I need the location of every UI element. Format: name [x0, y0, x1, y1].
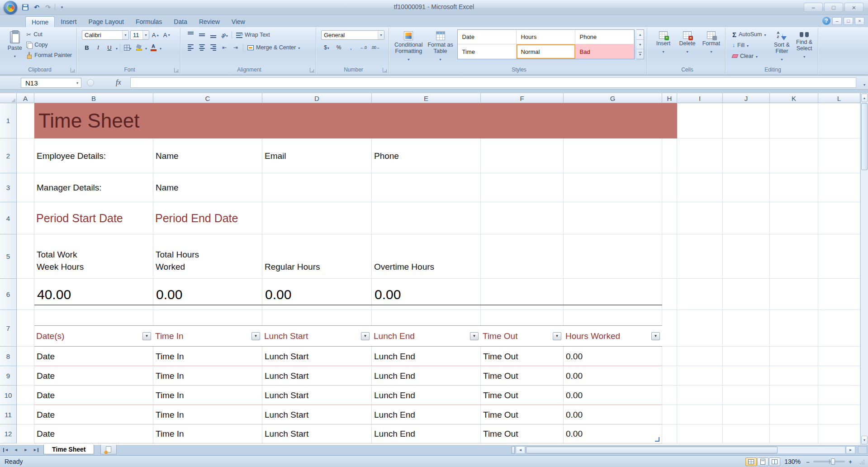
cell-F3[interactable] — [481, 173, 564, 202]
column-header-B[interactable]: B — [34, 93, 153, 103]
cell-J7[interactable] — [723, 310, 770, 347]
cell-A4[interactable] — [17, 202, 34, 234]
styles-more-icon[interactable]: ▼ — [636, 49, 644, 59]
help-button[interactable]: ? — [822, 17, 830, 25]
column-header-J[interactable]: J — [723, 93, 770, 103]
cell-K12[interactable] — [770, 424, 818, 443]
column-header-H[interactable]: H — [662, 93, 677, 103]
shrink-font-button[interactable]: A▼ — [162, 30, 172, 40]
paste-button[interactable]: Paste — [6, 29, 24, 65]
row-header-11[interactable]: 11 — [0, 405, 17, 424]
cell-G4[interactable] — [564, 202, 662, 234]
close-button[interactable] — [844, 3, 863, 12]
zoom-thumb[interactable] — [831, 458, 835, 465]
tab-formulas[interactable]: Formulas — [130, 16, 168, 27]
cell-J12[interactable] — [723, 424, 770, 443]
zoom-out-button[interactable]: – — [805, 458, 811, 465]
previous-sheet-button[interactable]: ◄ — [11, 445, 21, 454]
underline-button[interactable]: U — [104, 43, 114, 52]
cell-A9[interactable] — [17, 366, 34, 386]
cell-I4[interactable] — [677, 202, 723, 234]
row-header-12[interactable]: 12 — [0, 424, 17, 443]
filter-button-G7[interactable]: ▼ — [651, 332, 660, 340]
styles-scroll-up-icon[interactable]: ▲ — [636, 30, 644, 40]
cell-L5[interactable] — [818, 234, 860, 279]
cell-K2[interactable] — [770, 138, 818, 173]
insert-function-button[interactable]: fx — [116, 78, 121, 86]
cell-content-D7[interactable]: Lunch Start▼ — [262, 325, 372, 347]
tab-split-handle[interactable] — [512, 446, 515, 454]
scroll-down-button[interactable]: ▼ — [861, 436, 868, 444]
format-painter-button[interactable]: Format Painter — [24, 50, 74, 60]
tab-page-layout[interactable]: Page Layout — [82, 16, 130, 27]
cell-content-E5[interactable]: Overtime Hours — [372, 234, 481, 279]
cell-K4[interactable] — [770, 202, 818, 234]
row-header-5[interactable]: 5 — [0, 234, 17, 279]
align-middle-button[interactable] — [197, 30, 207, 40]
cell-K5[interactable] — [770, 234, 818, 279]
horizontal-scroll-thumb[interactable] — [526, 447, 778, 453]
cell-content-B9[interactable] — [34, 366, 662, 386]
next-sheet-button[interactable]: ► — [21, 445, 31, 454]
scroll-right-button[interactable]: ► — [846, 446, 855, 454]
cell-style-date[interactable]: Date — [458, 30, 517, 44]
cell-J1[interactable] — [723, 103, 770, 138]
cell-A11[interactable] — [17, 405, 34, 424]
cell-A8[interactable] — [17, 347, 34, 366]
cell-A3[interactable] — [17, 173, 34, 202]
increase-decimal-button[interactable]: ←.0 — [358, 43, 369, 52]
cell-content-D2[interactable]: Email — [262, 138, 372, 173]
cell-L6[interactable] — [818, 279, 860, 310]
cell-H2[interactable] — [662, 138, 677, 173]
cell-I11[interactable] — [677, 405, 723, 424]
column-header-K[interactable]: K — [770, 93, 818, 103]
cell-content-E7[interactable]: Lunch End▼ — [372, 325, 481, 347]
cell-J6[interactable] — [723, 279, 770, 310]
last-sheet-button[interactable]: ► — [31, 445, 41, 454]
cell-H8[interactable] — [662, 347, 677, 366]
cell-content-D5[interactable]: Regular Hours — [262, 234, 372, 279]
cell-F2[interactable] — [481, 138, 564, 173]
cell-H11[interactable] — [662, 405, 677, 424]
cell-L9[interactable] — [818, 366, 860, 386]
cell-style-phone[interactable]: Phone — [575, 30, 634, 44]
cell-H3[interactable] — [662, 173, 677, 202]
cell-A12[interactable] — [17, 424, 34, 443]
autosum-button[interactable]: Σ AutoSum — [730, 29, 770, 39]
cell-content-C3[interactable]: Name — [153, 173, 262, 202]
cell-H7[interactable] — [662, 310, 677, 347]
accounting-format-button[interactable]: $ — [321, 43, 332, 52]
filter-button-C7[interactable]: ▼ — [251, 332, 260, 340]
percent-style-button[interactable]: % — [333, 43, 344, 52]
row-header-10[interactable]: 10 — [0, 386, 17, 405]
cell-content-B8[interactable] — [34, 347, 662, 366]
font-name-select[interactable]: Calibri — [82, 30, 129, 40]
scroll-left-button[interactable]: ◄ — [516, 446, 525, 454]
cell-A10[interactable] — [17, 386, 34, 405]
select-all-corner[interactable] — [0, 93, 17, 103]
column-header-A[interactable]: A — [17, 93, 34, 103]
cell-content-B4[interactable]: Period Start Date — [34, 202, 153, 234]
workbook-restore-button[interactable]: □ — [844, 17, 853, 25]
cell-content-C5[interactable]: Total Hours Worked — [153, 234, 262, 279]
workbook-minimize-button[interactable]: – — [832, 17, 842, 25]
column-header-L[interactable]: L — [818, 93, 860, 103]
cell-H6[interactable] — [662, 279, 677, 310]
first-sheet-button[interactable]: ◄ — [1, 445, 11, 454]
copy-button[interactable]: Copy — [24, 40, 74, 50]
maximize-button[interactable] — [824, 3, 843, 12]
page-break-view-button[interactable] — [769, 457, 780, 466]
cell-D3[interactable] — [262, 173, 372, 202]
cell-D4[interactable] — [262, 202, 372, 234]
borders-button[interactable] — [123, 43, 133, 52]
cell-A5[interactable] — [17, 234, 34, 279]
cell-K11[interactable] — [770, 405, 818, 424]
cell-A6[interactable] — [17, 279, 34, 310]
cell-content-B7[interactable]: Date(s)▼ — [34, 325, 153, 347]
cell-K3[interactable] — [770, 173, 818, 202]
cell-L2[interactable] — [818, 138, 860, 173]
cell-I10[interactable] — [677, 386, 723, 405]
column-header-I[interactable]: I — [677, 93, 723, 103]
cell-content-B1[interactable]: Time Sheet — [34, 103, 677, 138]
styles-scroll-down-icon[interactable]: ▼ — [636, 40, 644, 50]
